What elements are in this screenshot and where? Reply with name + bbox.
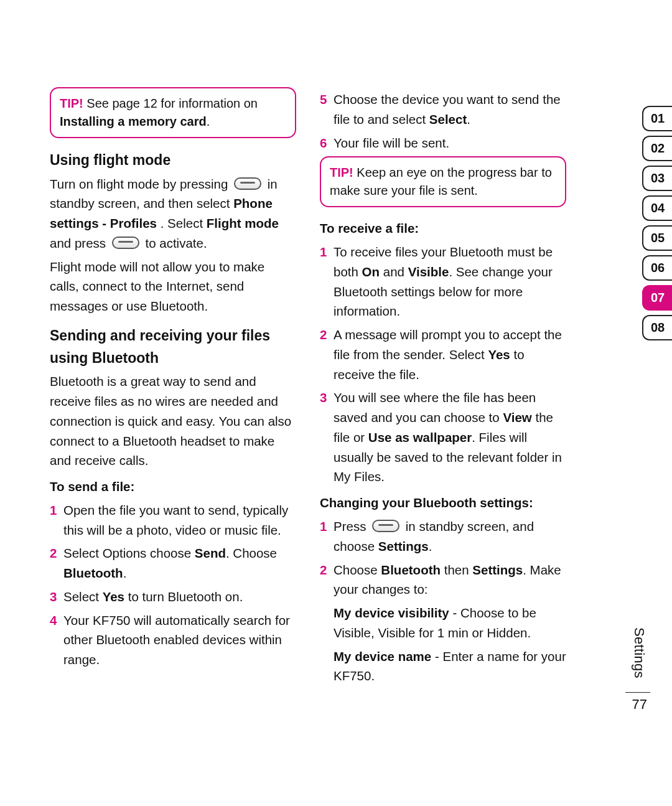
step-item: 1To receive files your Bluetooth must be…	[320, 242, 566, 321]
detail-visibility: My device visibility - Choose to be Visi…	[334, 603, 566, 643]
tip-label: TIP!	[60, 96, 83, 110]
fm-text-a: Turn on flight mode by pressing	[50, 177, 231, 191]
section-tab-08[interactable]: 08	[642, 315, 672, 340]
section-tab-02[interactable]: 02	[642, 136, 672, 161]
receive-steps: 1To receive files your Bluetooth must be…	[320, 242, 566, 487]
left-column: TIP! See page 12 for information on Inst…	[50, 87, 296, 690]
menu-key-icon	[372, 520, 399, 532]
menu-key-icon	[234, 177, 261, 190]
page-number: 77	[632, 696, 647, 713]
section-tab-01[interactable]: 01	[642, 106, 672, 131]
step-number: 6	[320, 133, 334, 153]
section-tab-06[interactable]: 06	[642, 255, 672, 281]
step-body: You will see where the file has been sav…	[334, 388, 566, 487]
step-number: 2	[320, 560, 334, 600]
step-number: 1	[320, 242, 334, 321]
detail1-bold: My device visibility	[334, 606, 449, 620]
step-body: Choose Bluetooth then Settings. Make you…	[334, 560, 566, 600]
step-body: Choose the device you want to send the f…	[334, 90, 566, 129]
step-number: 3	[320, 388, 334, 487]
heading-flight-mode: Using flight mode	[50, 149, 296, 172]
send-steps-left: 1Open the file you want to send, typical…	[50, 500, 296, 670]
step-body: To receive files your Bluetooth must be …	[334, 242, 566, 321]
heading-bluetooth: Sending and receiving your files using B…	[50, 325, 296, 369]
step-item: 1Press in standby screen, and choose Set…	[320, 517, 566, 556]
step-item: 2A message will prompt you to accept the…	[320, 325, 566, 384]
step-item: 3Select Yes to turn Bluetooth on.	[50, 587, 296, 607]
tip-bold: Installing a memory card	[60, 115, 207, 128]
step-item: 6Your file will be sent.	[320, 133, 566, 153]
section-tab-04[interactable]: 04	[642, 195, 672, 221]
step-number: 2	[320, 325, 334, 384]
step-number: 1	[320, 517, 334, 556]
send-steps-right: 5Choose the device you want to send the …	[320, 90, 566, 152]
detail-name: My device name - Enter a name for your K…	[334, 647, 566, 687]
step-body: Open the file you want to send, typicall…	[63, 500, 296, 540]
fm-text-e: to activate.	[145, 236, 207, 250]
step-number: 4	[50, 611, 63, 670]
bluetooth-intro: Bluetooth is a great way to send and rec…	[50, 372, 296, 471]
fm-text-c: . Select	[161, 216, 207, 230]
fm-bold-c: Flight mode	[207, 216, 279, 230]
manual-page: TIP! See page 12 for information on Inst…	[0, 0, 672, 806]
section-tabs: 0102030405060708	[642, 106, 672, 345]
change-steps: 1Press in standby screen, and choose Set…	[320, 517, 566, 599]
step-body: Press in standby screen, and choose Sett…	[334, 517, 566, 556]
flight-mode-para-2: Flight mode will not allow you to make c…	[50, 257, 296, 316]
tip-text-2: .	[207, 115, 210, 128]
tip-label: TIP!	[330, 166, 353, 179]
section-tab-03[interactable]: 03	[642, 166, 672, 191]
step-body: Select Yes to turn Bluetooth on.	[63, 587, 296, 607]
step-body: Your file will be sent.	[334, 133, 566, 153]
flight-mode-para-1: Turn on flight mode by pressing in stand…	[50, 174, 296, 253]
change-settings-heading: Changing your Bluebooth settings:	[320, 493, 566, 513]
side-rule	[625, 692, 650, 693]
step-item: 2Select Options choose Send. Choose Blue…	[50, 543, 296, 583]
side-label: Settings	[631, 627, 647, 678]
step-item: 1Open the file you want to send, typical…	[50, 500, 296, 540]
step-body: Select Options choose Send. Choose Bluet…	[63, 543, 296, 583]
step-number: 2	[50, 543, 63, 583]
tip-box-memory-card: TIP! See page 12 for information on Inst…	[50, 87, 296, 138]
content-columns: TIP! See page 12 for information on Inst…	[50, 87, 566, 690]
step-body: A message will prompt you to accept the …	[334, 325, 566, 384]
step-body: Your KF750 will automatically search for…	[63, 611, 296, 670]
step-item: 4Your KF750 will automatically search fo…	[50, 611, 296, 670]
to-send-heading: To send a file:	[50, 477, 296, 497]
section-tab-05[interactable]: 05	[642, 225, 672, 251]
right-column: 5Choose the device you want to send the …	[320, 87, 566, 690]
step-item: 2Choose Bluetooth then Settings. Make yo…	[320, 560, 566, 600]
tip-text: Keep an eye on the progress bar to make …	[330, 166, 552, 197]
section-tab-07[interactable]: 07	[642, 285, 672, 311]
to-receive-heading: To receive a file:	[320, 218, 566, 238]
tip-text-1: See page 12 for information on	[83, 96, 258, 110]
step-number: 1	[50, 500, 63, 540]
step-item: 5Choose the device you want to send the …	[320, 90, 566, 129]
fm-text-d: and press	[50, 236, 110, 250]
step-number: 5	[320, 90, 334, 129]
step-number: 3	[50, 587, 63, 607]
menu-key-icon	[112, 237, 139, 249]
step-item: 3You will see where the file has been sa…	[320, 388, 566, 487]
detail2-bold: My device name	[334, 649, 431, 663]
tip-box-progress: TIP! Keep an eye on the progress bar to …	[320, 156, 566, 207]
